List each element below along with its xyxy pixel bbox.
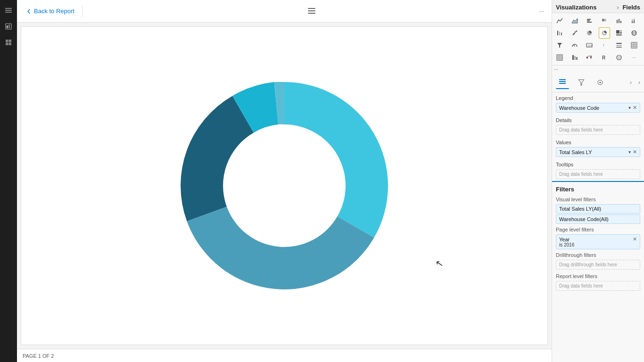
svg-rect-26 [634, 20, 635, 23]
hamburger-icon[interactable] [308, 8, 315, 15]
svg-rect-66 [574, 56, 576, 60]
details-section: Details Drag data fields here [552, 115, 644, 135]
filter-chip-year-x[interactable]: ✕ [633, 236, 637, 242]
right-panel: Visualizations › Fields [552, 0, 644, 362]
back-to-report-button[interactable]: Back to Report [23, 6, 78, 16]
viz-bar-stacked[interactable] [599, 15, 610, 26]
svg-text:R: R [602, 55, 606, 60]
viz-col-100[interactable] [554, 27, 565, 39]
panel-chevron-icon[interactable]: › [617, 4, 619, 11]
tooltips-section: Tooltips Drag data fields here [552, 159, 644, 179]
filter-chip-warehousecode[interactable]: Warehouse Code(All) [556, 214, 640, 224]
svg-rect-39 [620, 30, 622, 32]
svg-rect-38 [616, 30, 619, 33]
svg-rect-69 [588, 56, 590, 57]
viz-donut[interactable] [599, 27, 610, 39]
viz-ribbon[interactable] [569, 52, 580, 63]
viz-treemap[interactable] [613, 27, 625, 39]
tooltips-label: Tooltips [552, 159, 644, 168]
values-chip-text: Total Sales LY [559, 149, 592, 155]
viz-funnel[interactable] [554, 40, 565, 51]
svg-text:123: 123 [587, 44, 593, 47]
tab-analytics[interactable] [594, 76, 607, 89]
viz-col-stacked[interactable] [628, 15, 640, 26]
panel-header: Visualizations › Fields [552, 0, 644, 13]
viz-map[interactable] [628, 27, 640, 39]
panel-expand-icon-2[interactable]: › [638, 79, 640, 86]
sidebar-menu-icon[interactable] [2, 4, 15, 17]
legend-chip-text: Warehouse Code [559, 105, 599, 111]
viz-pie[interactable] [584, 27, 595, 39]
filter-chip-totalsales-text: Total Sales LY(All) [559, 206, 637, 212]
viz-bar-clustered[interactable] [584, 15, 595, 26]
visualizations-title: Visualizations [556, 4, 596, 11]
svg-marker-76 [578, 80, 584, 85]
svg-rect-24 [632, 21, 633, 23]
more-options-button[interactable]: ··· [537, 6, 546, 16]
tab-filter[interactable] [575, 76, 588, 89]
svg-rect-74 [559, 81, 566, 82]
legend-chip[interactable]: Warehouse Code ▾ ✕ [556, 103, 640, 113]
values-chip-x[interactable]: ✕ [633, 149, 637, 155]
svg-rect-68 [586, 57, 588, 58]
legend-chip-actions: ▾ ✕ [627, 105, 637, 111]
panel-expand-icon[interactable]: › [630, 79, 632, 86]
panel-header-actions: › Fields [617, 4, 640, 11]
legend-chip-x[interactable]: ✕ [633, 105, 637, 111]
svg-rect-67 [576, 57, 578, 60]
svg-rect-22 [619, 19, 619, 23]
sidebar-pages-icon[interactable] [2, 36, 15, 49]
filter-chip-year-value: is 2016 [559, 242, 637, 247]
svg-rect-20 [604, 20, 606, 21]
details-label: Details [552, 115, 644, 124]
viz-scatter[interactable] [569, 27, 580, 39]
filter-chip-totalsales[interactable]: Total Sales LY(All) [556, 204, 640, 214]
main-area: Back to Report ··· [17, 0, 552, 362]
tooltips-drag-area[interactable]: Drag data fields here [556, 169, 640, 179]
fields-section: Legend Warehouse Code ▾ ✕ Details Drag d… [552, 92, 644, 181]
viz-more-button[interactable]: ··· [628, 52, 640, 63]
viz-globe[interactable] [613, 52, 625, 63]
viz-line[interactable] [554, 15, 565, 26]
viz-kpi[interactable]: ↑ [599, 40, 610, 51]
viz-table[interactable] [628, 40, 640, 51]
svg-rect-28 [557, 31, 558, 35]
svg-rect-5 [8, 25, 10, 28]
report-level-drag[interactable]: Drag data fields here [556, 281, 640, 291]
top-bar-separator [82, 6, 83, 17]
viz-slicer[interactable] [613, 40, 625, 51]
donut-chart[interactable] [171, 63, 397, 308]
svg-rect-19 [602, 20, 604, 21]
svg-point-34 [573, 33, 575, 34]
svg-rect-73 [559, 79, 566, 80]
drillthrough-drag[interactable]: Drag drillthrough fields here [556, 260, 640, 270]
viz-gauge[interactable] [569, 40, 580, 51]
details-drag-area[interactable]: Drag data fields here [556, 125, 640, 135]
viz-card[interactable]: 123 [584, 40, 595, 51]
tab-fields[interactable] [556, 76, 569, 89]
values-chip[interactable]: Total Sales LY ▾ ✕ [556, 147, 640, 157]
page-info: PAGE 1 OF 2 [23, 353, 54, 359]
svg-rect-23 [620, 21, 621, 23]
fields-title: Fields [622, 4, 640, 11]
svg-rect-52 [616, 47, 622, 48]
sidebar-report-icon[interactable] [2, 20, 15, 33]
viz-waterfall[interactable] [584, 52, 595, 63]
viz-matrix[interactable] [554, 52, 565, 63]
viz-icons-grid: 123 ↑ [552, 13, 644, 66]
svg-rect-17 [602, 19, 604, 20]
svg-rect-6 [6, 40, 8, 42]
filter-chip-year[interactable]: Year ✕ is 2016 [556, 234, 640, 249]
viz-col-clustered[interactable] [613, 15, 625, 26]
svg-rect-11 [308, 10, 315, 11]
values-label: Values [552, 137, 644, 146]
values-chip-actions: ▾ ✕ [627, 149, 637, 155]
svg-point-78 [600, 82, 601, 83]
viz-r-script[interactable]: R [599, 52, 610, 63]
legend-chip-chevron[interactable]: ▾ [628, 105, 631, 110]
values-chip-chevron[interactable]: ▾ [628, 149, 631, 155]
page-level-filters-label: Page level filters [552, 225, 644, 233]
viz-more-label: ··· [552, 66, 644, 73]
viz-area[interactable] [569, 15, 580, 26]
bottom-bar: PAGE 1 OF 2 [17, 349, 552, 362]
